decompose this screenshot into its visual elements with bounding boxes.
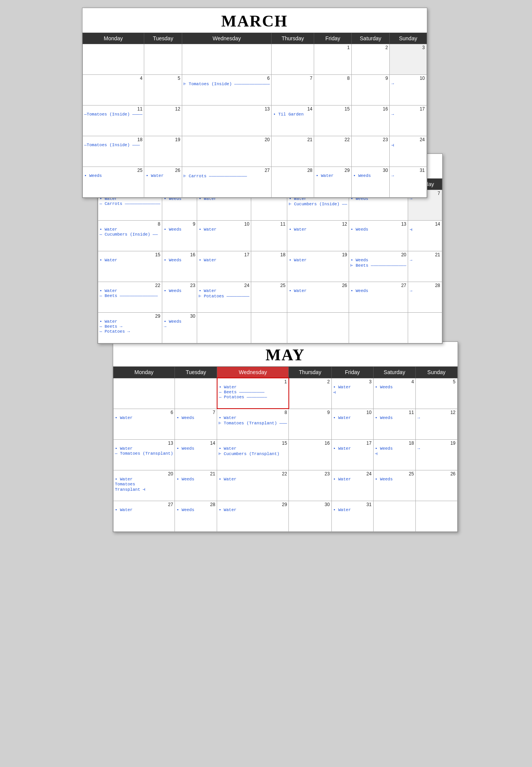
list-item: 27 • Weeds [349,282,408,313]
header-friday: Friday [314,33,351,44]
table-row: 6 • Water 7 • Weeds 8 • Water ⊢ Tomatoes… [113,409,457,439]
table-row: 18 —Tomatoes (Inside) ——— 19 20 21 22 23… [82,136,427,167]
list-item: 3 • Water ⊣ [331,378,373,409]
list-item: 27 • Water [113,501,175,531]
header-monday: Monday [82,33,144,44]
list-item: 8 [314,75,351,106]
list-item: 28 [272,167,314,198]
header-sunday: Sunday [390,33,427,44]
list-item: 23 [351,136,390,167]
header-wednesday: Wednesday [217,367,289,378]
header-saturday: Saturday [351,33,390,44]
list-item [197,313,251,343]
list-item: 2 [351,44,390,75]
list-item [175,378,217,409]
list-item [287,313,349,343]
list-item: 9 [289,409,331,439]
list-item: 20 • Water Tomatoes Transplant ⊣ [113,470,175,501]
march-grid: Monday Tuesday Wednesday Thursday Friday… [82,33,427,198]
header-tuesday: Tuesday [144,33,182,44]
list-item: 21 → [408,251,442,282]
list-item: 2 [289,378,331,409]
list-item: 14 • Til Garden [272,106,314,136]
list-item: 31 • Water [331,501,373,531]
list-item: 12 → [416,409,457,439]
list-item: 20 • Weeds ⊢ Beets —————————————— [349,251,408,282]
list-item: 18 —Tomatoes (Inside) ——— [82,136,144,167]
list-item: 30 • Weeds → [162,313,197,343]
list-item: 17 • Water [197,251,251,282]
list-item: 15 • Water ⊢ Cucumbers (Transplant) [217,439,289,470]
list-item: 21 • Weeds [175,470,217,501]
list-item [272,44,314,75]
header-wednesday: Wednesday [182,33,271,44]
table-row: 13 • Water — Tomatoes (Transplant) 14 • … [113,439,457,470]
list-item: 18 [251,251,287,282]
list-item: 16 • Weeds [162,251,197,282]
list-item: 4 • Weeds [373,378,416,409]
list-item [113,378,175,409]
march-calendar: MARCH Monday Tuesday Wednesday Thursday … [82,8,427,198]
list-item: 23 • Weeds [162,282,197,313]
list-item: 14 ⊣ [408,221,442,251]
list-item: 3 [390,44,427,75]
header-sunday: Sunday [416,367,457,378]
header-saturday: Saturday [373,367,416,378]
list-item: 1 [314,44,351,75]
list-item: 22 • Water [217,470,289,501]
list-item: 12 • Water [287,221,349,251]
header-thursday: Thursday [289,367,331,378]
list-item [373,501,416,531]
list-item: 29 • Water — Beets → — Potatoes → [98,313,162,343]
list-item: 9 [351,75,390,106]
table-row: 22 • Water — Beets ——————————————— 23 • … [98,282,442,313]
list-item: 26 • Water [144,167,182,198]
list-item: 27 ⊢ Carrots ——————————————— [182,167,271,198]
list-item: 13 • Water — Tomatoes (Transplant) [113,439,175,470]
list-item [182,44,271,75]
list-item: 13 • Weeds [349,221,408,251]
may-title: MAY [113,342,458,366]
list-item: 11 —Tomatoes (Inside) ———— [82,106,144,136]
table-row: 15 • Water 16 • Weeds 17 • Water 18 19 • [98,251,442,282]
header-monday: Monday [113,367,175,378]
list-item: 31→ [390,167,427,198]
table-row: 20 • Water Tomatoes Transplant ⊣ 21 • We… [113,470,457,501]
list-item: 29 • Water [314,167,351,198]
table-row: 1 • Water — Beets —————————— — Potatoes … [113,378,457,409]
list-item: 13 [182,106,271,136]
list-item [349,313,408,343]
header-tuesday: Tuesday [175,367,217,378]
list-item [144,44,182,75]
list-item: 30 • Weeds [351,167,390,198]
table-row: 8 • Water — Cucumbers (Inside) —— 9 • We… [98,221,442,251]
list-item: 10 • Water [331,409,373,439]
table-row: 29 • Water — Beets → — Potatoes → 30 • W… [98,313,442,343]
list-item [82,44,144,75]
list-item: 21 [272,136,314,167]
list-item: 11 [251,221,287,251]
list-item [408,313,442,343]
table-row: 1 2 3 [82,44,427,75]
list-item: 4 [82,75,144,106]
table-row: 11 —Tomatoes (Inside) ———— 12 13 14 • Ti… [82,106,427,136]
march-title: MARCH [82,8,427,33]
april-grid: Monday Tuesday Wednesday Thursday Friday… [98,178,442,343]
list-item: 24 • Water ⊢ Potatoes ————————— [197,282,251,313]
list-item: 17 • Water [331,439,373,470]
list-item: 11 • Weeds [373,409,416,439]
list-item: 16 [289,439,331,470]
list-item: 5 [144,75,182,106]
list-item: 24 • Water [331,470,373,501]
list-item: 26 [416,470,457,501]
list-item: 6 ⊢ Tomatoes (Inside) —————————————— [182,75,271,106]
list-item: 30 [289,501,331,531]
list-item: 12 [144,106,182,136]
table-row: 4 5 6 ⊢ Tomatoes (Inside) ——————————————… [82,75,427,106]
calendars-stack: MARCH Monday Tuesday Wednesday Thursday … [82,8,450,767]
list-item: 25 [251,282,287,313]
list-item: 20 [182,136,271,167]
list-item: 5 [416,378,457,409]
list-item: 17→ [390,106,427,136]
list-item: 22 • Water — Beets ——————————————— [98,282,162,313]
